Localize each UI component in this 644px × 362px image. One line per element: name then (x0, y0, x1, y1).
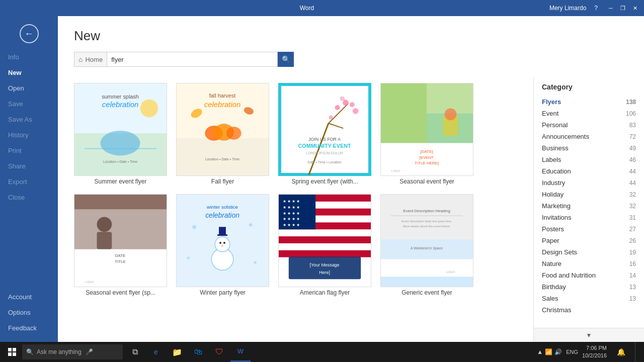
category-item-flyers[interactable]: Flyers 138 (534, 96, 644, 108)
show-desktop-button[interactable] (635, 342, 638, 362)
category-item-sales[interactable]: Sales 13 (534, 293, 644, 304)
svg-text:winter solstice: winter solstice (206, 204, 238, 210)
svg-text:Event Description Heading: Event Description Heading (403, 209, 450, 213)
home-label: Home (85, 56, 103, 63)
tray-network-icon[interactable]: 📶 (545, 348, 552, 355)
sidebar-item-account[interactable]: Account (0, 289, 58, 305)
tray-expand-icon[interactable]: ▲ (537, 348, 543, 355)
taskbar-store-icon[interactable]: 🛍 (188, 342, 208, 362)
sidebar-item-history[interactable]: History (0, 127, 58, 143)
template-card-seasonal1[interactable]: [DATE] [EVENT TITLE HERE] LOGO Seasonal … (380, 83, 473, 185)
category-name-event: Event (542, 110, 558, 117)
category-item-christmas[interactable]: Christmas (534, 304, 644, 316)
svg-text:Event description body text go: Event description body text goes here. (401, 220, 452, 223)
notification-icon[interactable]: 🔔 (611, 342, 631, 362)
template-row-2: DATE TITLE LOGO Seasonal event flyer (sp… (74, 194, 521, 296)
tray-volume-icon[interactable]: 🔊 (554, 348, 562, 355)
category-item-event[interactable]: Event 106 (534, 108, 644, 119)
template-card-winter[interactable]: winter solstice celebration (176, 194, 269, 296)
taskbar-word-icon[interactable]: W (230, 342, 251, 362)
category-item-food[interactable]: Food and Nutrition 14 (534, 269, 644, 281)
category-item-posters[interactable]: Posters 27 (534, 223, 644, 235)
tray-icons: ▲ 📶 🔊 (537, 348, 562, 355)
sidebar-item-save[interactable]: Save (0, 96, 58, 112)
svg-point-60 (215, 237, 230, 252)
template-name-winter: Winter party flyer (176, 289, 269, 296)
taskbar-search[interactable]: 🔍 Ask me anything 🎤 (22, 344, 123, 359)
svg-text:[Your Message: [Your Message (310, 262, 340, 267)
svg-text:❄: ❄ (187, 256, 190, 260)
content-area: New ⌂ Home 🔍 (58, 16, 644, 342)
back-button[interactable]: ← (17, 21, 42, 46)
category-name-design-sets: Design Sets (542, 248, 577, 256)
taskbar-security-icon[interactable]: 🛡 (209, 342, 229, 362)
category-name-labels: Labels (542, 156, 561, 163)
template-card-american[interactable]: ★ ★ ★ ★ ★ ★ ★ ★ ★ ★ ★ ★ ★ ★ ★ ★ ★ ★ ★ ★ … (278, 194, 371, 296)
close-button[interactable]: ✕ (630, 3, 640, 13)
taskbar-clock[interactable]: 7:06 PM 10/2/2016 (582, 344, 607, 360)
template-card-seasonal2[interactable]: DATE TITLE LOGO Seasonal event flyer (sp… (74, 194, 167, 296)
svg-text:❄: ❄ (254, 260, 257, 265)
category-item-marketing[interactable]: Marketing 32 (534, 200, 644, 212)
category-item-education[interactable]: Education 44 (534, 165, 644, 177)
svg-text:A Weekend in Space: A Weekend in Space (411, 246, 443, 250)
svg-rect-88 (391, 216, 463, 216)
sidebar-item-info[interactable]: Info (0, 49, 58, 65)
start-button[interactable] (2, 342, 22, 362)
category-count-education: 44 (629, 168, 636, 175)
category-item-nature[interactable]: Nature 16 (534, 258, 644, 269)
sidebar-item-options[interactable]: Options (0, 305, 58, 320)
back-icon: ← (25, 29, 34, 39)
template-card-spring[interactable]: JOIN US FOR A COMMUNITY EVENT LOREM IPSU… (278, 83, 371, 185)
category-item-industry[interactable]: Industry 44 (534, 177, 644, 189)
taskbar: 🔍 Ask me anything 🎤 ⧉ e 📁 🛍 🛡 W ▲ 📶 🔊 EN… (0, 342, 644, 362)
main-area: summer splash celebration Location • Dat… (58, 77, 644, 342)
taskbar-search-icon: 🔍 (26, 348, 34, 355)
sidebar-item-export[interactable]: Export (0, 174, 58, 190)
svg-rect-37 (381, 83, 427, 143)
sidebar-item-open[interactable]: Open (0, 80, 58, 96)
taskbar-edge-icon[interactable]: e (146, 342, 166, 362)
category-item-paper[interactable]: Paper 26 (534, 235, 644, 246)
svg-point-31 (329, 116, 333, 120)
sidebar-item-feedback[interactable]: Feedback (0, 320, 58, 336)
minimize-button[interactable]: ─ (606, 3, 616, 13)
taskbar-task-view[interactable]: ⧉ (125, 342, 145, 362)
sidebar-item-save-as[interactable]: Save As (0, 112, 58, 127)
category-item-personal[interactable]: Personal 83 (534, 119, 644, 131)
category-name-posters: Posters (542, 225, 564, 233)
svg-text:More details about this event : More details about this event below. (403, 225, 451, 228)
taskbar-language[interactable]: ENG (566, 349, 578, 355)
search-button[interactable]: 🔍 (278, 52, 294, 67)
template-thumb-winter: winter solstice celebration (176, 194, 269, 287)
template-card-summer[interactable]: summer splash celebration Location • Dat… (74, 83, 167, 185)
svg-text:Here]: Here] (319, 270, 330, 275)
sidebar-item-print[interactable]: Print (0, 143, 58, 158)
search-input[interactable] (107, 52, 278, 67)
user-name: Mery Limardo (549, 5, 586, 12)
category-name-announcements: Announcements (542, 133, 589, 140)
category-item-holiday[interactable]: Holiday 32 (534, 189, 644, 200)
help-button[interactable]: ? (594, 5, 598, 12)
category-item-birthday[interactable]: Birthday 13 (534, 281, 644, 293)
category-item-design-sets[interactable]: Design Sets 19 (534, 246, 644, 258)
template-card-fall[interactable]: fall harvest celebration Location • Date… (176, 83, 269, 185)
category-name-christmas: Christmas (542, 306, 572, 314)
category-item-labels[interactable]: Labels 46 (534, 154, 644, 165)
category-count-event: 106 (626, 110, 636, 117)
category-name-flyers: Flyers (542, 98, 561, 106)
sidebar-item-close[interactable]: Close (0, 190, 58, 205)
category-item-business[interactable]: Business 49 (534, 142, 644, 154)
taskbar-mic-icon: 🎤 (86, 348, 93, 355)
svg-text:fall harvest: fall harvest (209, 93, 236, 99)
template-card-generic[interactable]: Event Description Heading Event descript… (380, 194, 473, 296)
sidebar-item-share[interactable]: Share (0, 158, 58, 174)
taskbar-folder-icon[interactable]: 📁 (167, 342, 187, 362)
restore-button[interactable]: ❐ (618, 3, 628, 13)
home-button[interactable]: ⌂ Home (74, 52, 107, 67)
sidebar-item-new[interactable]: New (0, 65, 58, 80)
category-item-announcements[interactable]: Announcements 72 (534, 131, 644, 142)
scroll-down-arrow[interactable]: ▼ (534, 328, 644, 342)
category-item-invitations[interactable]: Invitations 31 (534, 212, 644, 223)
category-panel: Category Flyers 138 Event 106 Personal 8… (533, 77, 644, 342)
